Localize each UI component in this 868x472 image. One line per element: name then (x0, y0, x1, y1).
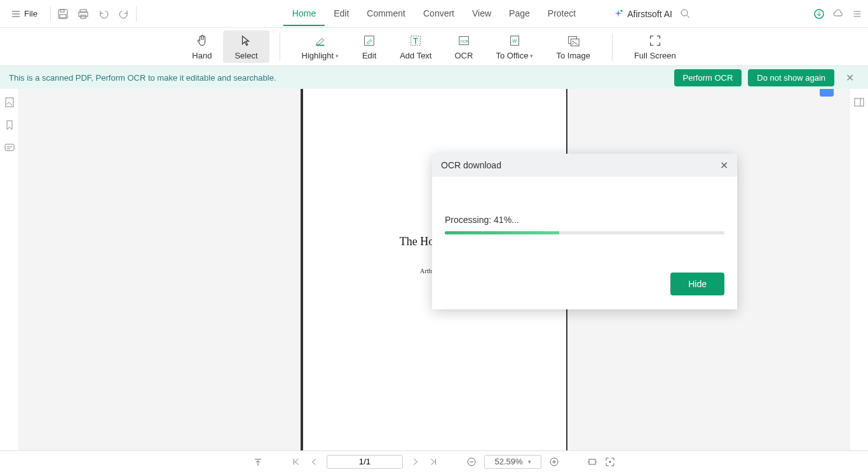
divider (612, 33, 613, 61)
svg-rect-20 (855, 98, 864, 106)
undo-icon[interactable] (98, 8, 109, 20)
ocr-banner: This is a scanned PDF, Perform OCR to ma… (0, 66, 868, 89)
tool-hand[interactable]: Hand (180, 30, 223, 63)
add-text-icon (408, 33, 423, 48)
page-number-input[interactable] (327, 455, 403, 469)
svg-rect-4 (79, 12, 88, 17)
tool-add-text[interactable]: Add Text (388, 30, 443, 63)
hamburger-icon (11, 10, 20, 18)
fit-width-icon[interactable] (587, 457, 597, 467)
svg-rect-19 (5, 144, 14, 151)
tool-to-office-label: To Office (496, 51, 528, 60)
tool-to-office[interactable]: W To Office▾ (484, 30, 545, 63)
tool-edit-label: Edit (362, 51, 376, 60)
zoom-in-icon[interactable] (549, 457, 559, 467)
tab-home[interactable]: Home (283, 2, 325, 26)
perform-ocr-button[interactable]: Perform OCR (674, 69, 742, 86)
tab-page[interactable]: Page (500, 2, 539, 26)
file-menu[interactable]: File (5, 9, 44, 18)
sparkle-icon (613, 9, 623, 19)
svg-point-17 (573, 41, 574, 42)
progress-label: Processing: 41%... (445, 215, 724, 225)
first-page-icon[interactable] (291, 457, 301, 467)
tool-edit[interactable]: Edit (350, 30, 388, 63)
svg-point-6 (621, 10, 623, 11)
left-rail (0, 89, 19, 450)
redo-icon[interactable] (118, 8, 130, 20)
progress-bar-fill (445, 231, 559, 234)
svg-point-24 (609, 461, 611, 462)
modal-title: OCR download (441, 160, 720, 170)
chevron-down-icon: ▾ (336, 53, 339, 59)
tool-to-image[interactable]: To Image (545, 30, 601, 63)
right-rail (849, 89, 868, 450)
divider (280, 33, 280, 61)
tool-highlight[interactable]: Highlight▾ (290, 30, 351, 63)
to-image-icon (566, 33, 581, 48)
divider (136, 6, 137, 22)
highlighter-icon (313, 33, 328, 48)
tool-to-image-label: To Image (556, 51, 590, 60)
svg-rect-2 (60, 15, 66, 18)
save-icon[interactable] (57, 8, 69, 20)
tool-ocr[interactable]: OCR OCR (443, 30, 484, 63)
svg-rect-16 (571, 39, 580, 46)
floating-badge[interactable] (820, 89, 834, 97)
tool-hand-label: Hand (192, 51, 212, 60)
svg-text:W: W (512, 38, 517, 44)
ocr-download-modal: OCR download ✕ Processing: 41%... Hide (432, 154, 737, 309)
download-status-icon[interactable] (813, 8, 825, 20)
bookmarks-icon[interactable] (4, 119, 15, 131)
scroll-top-icon[interactable] (253, 457, 263, 467)
tool-full-screen-label: Full Screen (634, 51, 676, 60)
svg-rect-23 (589, 459, 595, 464)
last-page-icon[interactable] (428, 457, 438, 467)
svg-point-7 (681, 10, 688, 16)
next-page-icon[interactable] (410, 457, 421, 467)
file-menu-label: File (24, 9, 37, 18)
tool-add-text-label: Add Text (400, 51, 431, 60)
right-panel-icon[interactable] (853, 97, 865, 108)
tool-highlight-label: Highlight (302, 51, 334, 60)
ai-brand-label: Afirstsoft AI (627, 9, 672, 19)
zoom-out-icon[interactable] (466, 457, 477, 467)
tab-comment[interactable]: Comment (358, 2, 414, 26)
cloud-icon[interactable] (832, 8, 844, 20)
dont-show-again-button[interactable]: Do not show again (748, 69, 834, 86)
main-tabs: Home Edit Comment Convert View Page Prot… (283, 2, 585, 26)
svg-text:OCR: OCR (460, 39, 468, 43)
svg-rect-3 (80, 10, 86, 12)
tool-select[interactable]: Select (223, 30, 269, 63)
progress-bar (445, 231, 724, 234)
tool-select-label: Select (234, 51, 257, 60)
fullscreen-icon (648, 33, 663, 48)
bottom-bar: 52.59% ▾ (0, 450, 868, 472)
more-icon[interactable] (851, 8, 863, 20)
divider (50, 6, 51, 22)
modal-close-icon[interactable]: ✕ (720, 159, 728, 172)
tab-edit[interactable]: Edit (325, 2, 358, 26)
hide-button[interactable]: Hide (670, 273, 724, 295)
tool-ocr-label: OCR (454, 51, 473, 60)
search-icon[interactable] (680, 8, 691, 20)
svg-rect-1 (60, 10, 64, 12)
banner-message: This is a scanned PDF, Perform OCR to ma… (9, 73, 674, 83)
to-office-icon: W (507, 33, 522, 48)
prev-page-icon[interactable] (309, 457, 319, 467)
close-banner-icon[interactable]: ✕ (841, 69, 859, 86)
fit-page-icon[interactable] (605, 457, 615, 467)
chevron-down-icon: ▾ (528, 459, 531, 465)
tab-protect[interactable]: Protect (539, 2, 585, 26)
cursor-icon (238, 33, 254, 48)
tab-convert[interactable]: Convert (414, 2, 463, 26)
tool-full-screen[interactable]: Full Screen (623, 30, 688, 63)
zoom-level-input[interactable]: 52.59% ▾ (484, 455, 541, 469)
tab-view[interactable]: View (463, 2, 500, 26)
edit-icon (362, 33, 377, 48)
ocr-icon: OCR (456, 33, 471, 48)
svg-rect-18 (6, 98, 13, 107)
ai-brand[interactable]: Afirstsoft AI (613, 9, 672, 19)
comments-icon[interactable] (4, 142, 15, 154)
thumbnails-icon[interactable] (4, 97, 15, 108)
print-icon[interactable] (78, 8, 89, 20)
